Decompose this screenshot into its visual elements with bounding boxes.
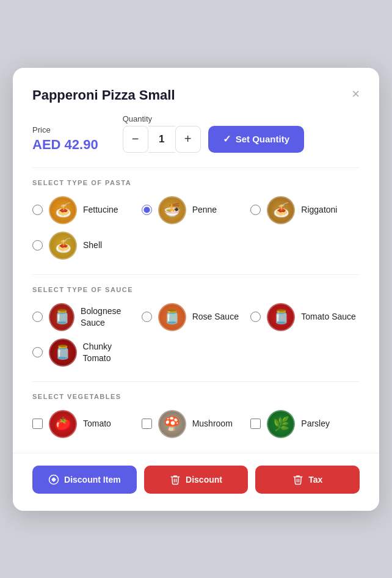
sauce-section: SELECT TYPE OF SAUCE 🫙 Bolognese Sauce 🫙… bbox=[32, 286, 360, 367]
footer-buttons: Discount Item Discount Tax bbox=[13, 453, 379, 511]
pasta-image-fettucine: 🍝 bbox=[49, 196, 77, 224]
discount-button[interactable]: Discount bbox=[144, 466, 249, 494]
trash-icon-discount bbox=[170, 474, 181, 485]
modal-header: Papperoni Pizza Small × bbox=[32, 87, 360, 103]
pasta-option-riggatoni: 🍝 Riggatoni bbox=[250, 196, 360, 224]
sauce-label-tomato-sauce: Tomato Sauce bbox=[301, 311, 356, 322]
modal-scroll-area: Papperoni Pizza Small × Price AED 42.90 … bbox=[13, 68, 379, 511]
close-button[interactable]: × bbox=[352, 87, 360, 101]
veg-image-tomato: 🍅 bbox=[49, 410, 77, 438]
divider-2 bbox=[32, 274, 360, 275]
pasta-option-fettucine: 🍝 Fettucine bbox=[32, 196, 142, 224]
sauce-option-chunky: 🫙 Chunky Tomato bbox=[32, 338, 142, 367]
quantity-label: Quantity bbox=[123, 114, 304, 123]
sauce-image-rose: 🫙 bbox=[158, 303, 186, 331]
veg-option-tomato: 🍅 Tomato bbox=[32, 410, 142, 438]
quantity-block: Quantity − 1 + ✓ Set Quantity bbox=[123, 114, 304, 153]
sauce-radio-rose[interactable] bbox=[142, 312, 152, 322]
modal-title: Papperoni Pizza Small bbox=[32, 87, 175, 103]
pasta-image-shell: 🍝 bbox=[49, 232, 77, 260]
pasta-option-shell: 🍝 Shell bbox=[32, 232, 142, 260]
sauce-option-rose: 🫙 Rose Sauce bbox=[142, 303, 251, 331]
tax-label: Tax bbox=[308, 475, 322, 485]
pasta-option-penne: 🍜 Penne bbox=[142, 196, 251, 224]
modal: Papperoni Pizza Small × Price AED 42.90 … bbox=[13, 68, 379, 511]
veg-checkbox-mushroom[interactable] bbox=[142, 419, 152, 429]
sauce-option-bolognese: 🫙 Bolognese Sauce bbox=[32, 303, 142, 331]
pasta-radio-shell[interactable] bbox=[32, 240, 43, 251]
sauce-section-title: SELECT TYPE OF SAUCE bbox=[32, 286, 360, 293]
sauce-label-rose: Rose Sauce bbox=[192, 311, 239, 322]
tax-button[interactable]: Tax bbox=[255, 466, 360, 494]
price-block: Price AED 42.90 bbox=[32, 125, 98, 153]
pasta-options-grid: 🍝 Fettucine 🍜 Penne 🍝 Riggatoni bbox=[32, 196, 360, 260]
sauce-options-grid: 🫙 Bolognese Sauce 🫙 Rose Sauce 🫙 Tomato … bbox=[32, 303, 360, 367]
veg-label-parsley: Parsley bbox=[301, 418, 330, 429]
sauce-image-tomato-sauce: 🫙 bbox=[267, 303, 295, 331]
set-quantity-button[interactable]: ✓ Set Quantity bbox=[208, 126, 304, 153]
sauce-radio-bolognese[interactable] bbox=[32, 312, 43, 322]
sauce-image-bolognese: 🫙 bbox=[49, 303, 74, 331]
veg-image-mushroom: 🍄 bbox=[158, 410, 186, 438]
pasta-section-title: SELECT TYPE OF PASTA bbox=[32, 179, 360, 186]
vegetables-options-grid: 🍅 Tomato 🍄 Mushroom 🌿 Parsley bbox=[32, 410, 360, 438]
sauce-label-chunky: Chunky Tomato bbox=[83, 341, 142, 363]
pasta-label-fettucine: Fettucine bbox=[83, 204, 118, 215]
pasta-label-shell: Shell bbox=[83, 240, 102, 251]
veg-checkbox-parsley[interactable] bbox=[250, 419, 261, 429]
pasta-radio-penne[interactable] bbox=[142, 205, 152, 215]
veg-label-tomato: Tomato bbox=[83, 418, 111, 429]
veg-option-mushroom: 🍄 Mushroom bbox=[142, 410, 251, 438]
price-label: Price bbox=[32, 125, 98, 134]
check-icon: ✓ bbox=[223, 133, 231, 145]
divider-3 bbox=[32, 381, 360, 382]
pasta-radio-riggatoni[interactable] bbox=[250, 205, 261, 215]
pasta-radio-fettucine[interactable] bbox=[32, 205, 43, 215]
vegetables-section-title: SELECT VEGETABLES bbox=[32, 393, 360, 400]
sauce-option-tomato-sauce: 🫙 Tomato Sauce bbox=[250, 303, 360, 331]
pasta-label-penne: Penne bbox=[192, 204, 217, 215]
veg-checkbox-tomato[interactable] bbox=[32, 419, 43, 429]
sauce-image-chunky: 🫙 bbox=[49, 338, 77, 367]
price-qty-row: Price AED 42.90 Quantity − 1 + ✓ Set Qua… bbox=[32, 114, 360, 153]
vegetables-section: SELECT VEGETABLES 🍅 Tomato 🍄 Mushroom bbox=[32, 393, 360, 438]
pasta-image-riggatoni: 🍝 bbox=[267, 196, 295, 224]
coupon-icon bbox=[48, 474, 59, 485]
price-value: AED 42.90 bbox=[32, 137, 98, 153]
discount-item-button[interactable]: Discount Item bbox=[32, 466, 137, 494]
veg-label-mushroom: Mushroom bbox=[192, 418, 233, 429]
quantity-increase-button[interactable]: + bbox=[175, 126, 201, 153]
discount-item-label: Discount Item bbox=[64, 475, 121, 485]
pasta-image-penne: 🍜 bbox=[158, 196, 186, 224]
quantity-display: 1 bbox=[148, 126, 175, 153]
quantity-decrease-button[interactable]: − bbox=[123, 126, 148, 153]
divider-1 bbox=[32, 167, 360, 168]
pasta-label-riggatoni: Riggatoni bbox=[301, 204, 337, 215]
sauce-label-bolognese: Bolognese Sauce bbox=[81, 305, 142, 327]
veg-image-parsley: 🌿 bbox=[267, 410, 295, 438]
discount-label: Discount bbox=[186, 475, 222, 485]
quantity-controls: − 1 + ✓ Set Quantity bbox=[123, 126, 304, 153]
sauce-radio-tomato-sauce[interactable] bbox=[250, 312, 261, 322]
trash-icon-tax bbox=[292, 474, 303, 485]
veg-option-parsley: 🌿 Parsley bbox=[250, 410, 360, 438]
pasta-section: SELECT TYPE OF PASTA 🍝 Fettucine 🍜 Penne bbox=[32, 179, 360, 260]
sauce-radio-chunky[interactable] bbox=[32, 347, 43, 357]
